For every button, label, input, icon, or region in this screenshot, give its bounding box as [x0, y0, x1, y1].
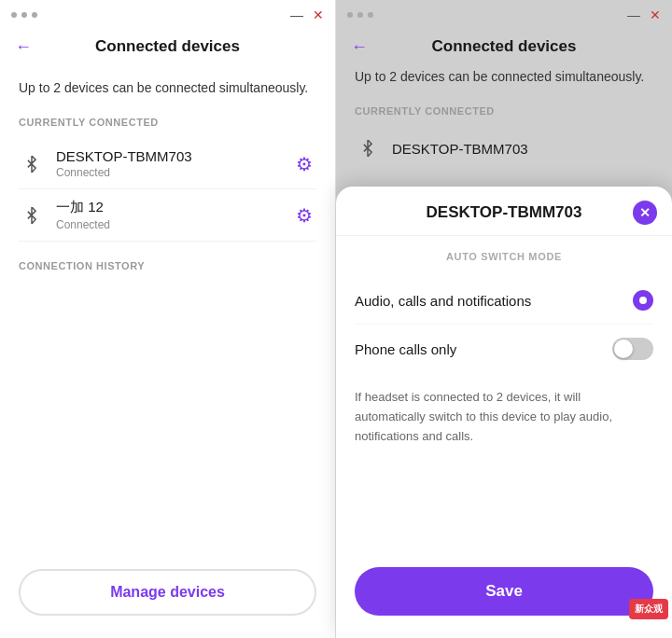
option-phone-toggle[interactable] [612, 338, 653, 360]
toggle-knob [614, 340, 633, 358]
option-audio-calls: Audio, calls and notifications [355, 277, 653, 325]
right-device-partial: DESKTOP-TBMM703 [355, 128, 653, 169]
right-dot-3 [368, 12, 373, 18]
right-minimize-button[interactable]: — [627, 8, 640, 21]
modal-title: DESKTOP-TBMM703 [427, 203, 582, 222]
left-header: ← Connected devices [0, 30, 335, 67]
modal-content: AUTO SWITCH MODE Audio, calls and notifi… [336, 236, 672, 556]
right-header: ← Connected devices [336, 30, 672, 67]
device-item-desktop: DESKTOP-TBMM703 Connected ⚙ [19, 139, 316, 189]
right-subtitle: Up to 2 devices can be connected simulta… [355, 67, 653, 87]
device-2-name: 一加 12 [56, 199, 292, 216]
device-item-oneplus: 一加 12 Connected ⚙ [19, 189, 316, 242]
left-window-controls: — ✕ [290, 8, 324, 21]
history-section: CONNECTION HISTORY [19, 260, 316, 271]
left-section-currently: CURRENTLY CONNECTED [19, 117, 316, 128]
right-window-controls: — ✕ [627, 8, 661, 21]
device-1-info: DESKTOP-TBMM703 Connected [56, 148, 292, 179]
option-phone-label: Phone calls only [355, 341, 612, 357]
bluetooth-icon-2 [19, 202, 45, 229]
right-dots [347, 12, 373, 18]
manage-devices-button[interactable]: Manage devices [19, 569, 316, 616]
option-audio-radio[interactable] [633, 290, 653, 311]
right-dot-2 [357, 12, 363, 18]
device-2-settings-button[interactable]: ⚙ [292, 201, 316, 230]
device-1-settings-button[interactable]: ⚙ [292, 149, 316, 179]
right-back-button[interactable]: ← [351, 37, 368, 57]
left-panel: — ✕ ← Connected devices Up to 2 devices … [0, 0, 336, 638]
watermark: 新众观 [629, 599, 668, 619]
right-bluetooth-icon [355, 135, 381, 161]
right-panel: — ✕ ← Connected devices Up to 2 devices … [336, 0, 672, 638]
device-2-info: 一加 12 Connected [56, 199, 292, 231]
dot-3 [32, 12, 37, 18]
left-title-bar: — ✕ [0, 0, 335, 30]
device-settings-modal: DESKTOP-TBMM703 ✕ AUTO SWITCH MODE Audio… [336, 187, 672, 638]
left-minimize-button[interactable]: — [290, 8, 303, 21]
left-back-button[interactable]: ← [15, 37, 32, 57]
modal-close-button[interactable]: ✕ [633, 201, 657, 225]
right-page-title: Connected devices [432, 37, 577, 56]
left-bottom: Manage devices [0, 554, 335, 638]
left-page-title: Connected devices [95, 37, 240, 56]
left-dots [11, 12, 37, 18]
bluetooth-icon-1 [19, 151, 45, 177]
left-subtitle: Up to 2 devices can be connected simulta… [19, 78, 316, 98]
modal-header: DESKTOP-TBMM703 ✕ [336, 187, 672, 236]
left-content: Up to 2 devices can be connected simulta… [0, 67, 335, 554]
auto-switch-section-label: AUTO SWITCH MODE [355, 251, 653, 262]
option-audio-label: Audio, calls and notifications [355, 293, 633, 309]
device-1-status: Connected [56, 166, 292, 179]
left-close-button[interactable]: ✕ [313, 8, 324, 21]
option-phone-calls: Phone calls only [355, 325, 653, 373]
section-history-label: CONNECTION HISTORY [19, 260, 316, 271]
right-title-bar: — ✕ [336, 0, 672, 30]
right-close-button[interactable]: ✕ [650, 8, 661, 21]
dot-1 [11, 12, 17, 18]
auto-switch-description: If headset is connected to 2 devices, it… [355, 388, 653, 446]
right-device-partial-name: DESKTOP-TBMM703 [392, 141, 528, 157]
save-button[interactable]: Save [355, 567, 653, 616]
device-2-status: Connected [56, 218, 292, 231]
right-section-currently: CURRENTLY CONNECTED [355, 105, 653, 117]
device-1-name: DESKTOP-TBMM703 [56, 148, 292, 164]
dot-2 [21, 12, 27, 18]
modal-footer: Save [336, 556, 672, 638]
right-content-top: Up to 2 devices can be connected simulta… [336, 67, 672, 180]
right-dot-1 [347, 12, 353, 18]
